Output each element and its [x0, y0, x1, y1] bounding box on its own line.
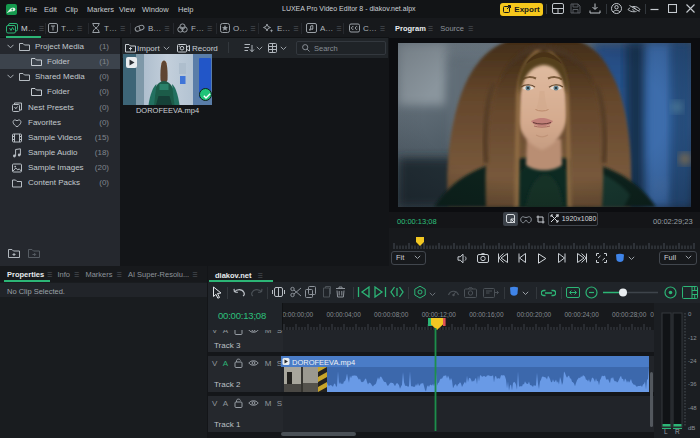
- svg-text:-12: -12: [688, 335, 697, 341]
- svg-text:0: 0: [688, 311, 692, 317]
- svg-text:0: 0: [650, 311, 654, 318]
- svg-text:-24: -24: [688, 358, 697, 364]
- svg-text:00:00:16;00: 00:00:16;00: [469, 311, 504, 318]
- svg-text:-48: -48: [688, 405, 697, 411]
- svg-text:dB: dB: [688, 425, 695, 431]
- svg-text:00:00:04;00: 00:00:04;00: [326, 311, 361, 318]
- svg-text:00:00:08;00: 00:00:08;00: [374, 311, 409, 318]
- svg-text:00:00:20;00: 00:00:20;00: [517, 311, 552, 318]
- svg-text:00:00:12;00: 00:00:12;00: [422, 311, 457, 318]
- svg-text:00:00:24;00: 00:00:24;00: [564, 311, 599, 318]
- svg-text:L: L: [664, 428, 668, 435]
- svg-text:00:00:28;00: 00:00:28;00: [612, 311, 647, 318]
- svg-text:DOROFEEVA.mp4: DOROFEEVA.mp4: [292, 358, 355, 367]
- svg-text:-36: -36: [688, 381, 697, 387]
- svg-text:00:00:00;00: 00:00:00;00: [283, 311, 314, 318]
- svg-text:R: R: [675, 428, 680, 435]
